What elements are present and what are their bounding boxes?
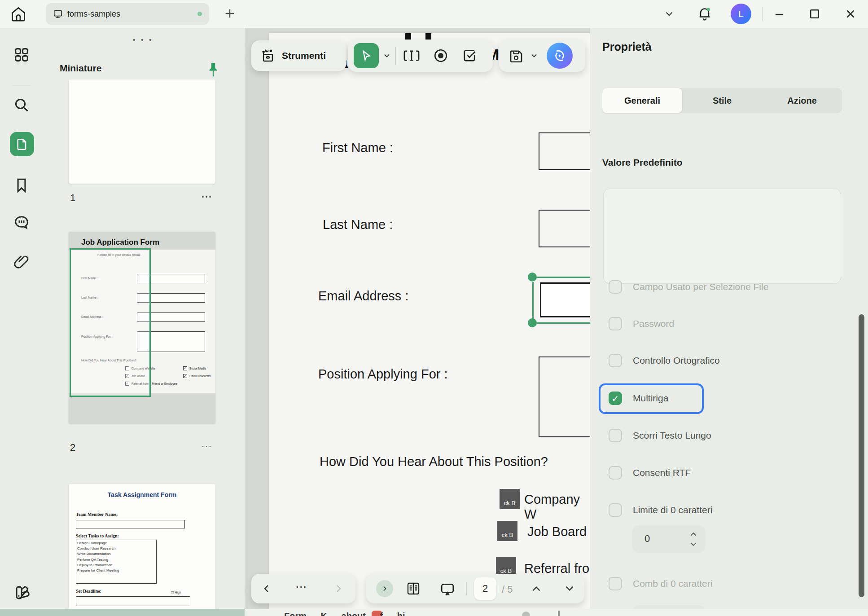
checkbox-label: Consenti RTF — [633, 467, 691, 478]
select-tool-button-active[interactable] — [354, 43, 379, 68]
ai-assistant-button[interactable] — [547, 43, 573, 69]
home-button[interactable] — [10, 5, 27, 22]
chevron-down-icon — [530, 51, 539, 60]
panel-scrollbar[interactable] — [859, 314, 864, 597]
pdf-input-position[interactable] — [539, 356, 590, 437]
properties-title: Proprietà — [602, 40, 652, 53]
forward-button-disabled[interactable] — [333, 583, 344, 594]
titlebar-collapse-button[interactable] — [663, 8, 675, 20]
pdf-checkbox-field[interactable]: ck B — [500, 489, 520, 509]
text-field-tool-button[interactable] — [403, 48, 420, 64]
pdf-question-label: How Did You Hear About This Position? — [320, 454, 548, 469]
thumbnail-page-1[interactable] — [69, 79, 215, 184]
tab-stile[interactable]: Stile — [682, 88, 762, 113]
thumbnail-1-menu[interactable]: ⋯ — [201, 190, 213, 203]
checkbox[interactable] — [609, 466, 622, 480]
checkbox-row-allow-rtf[interactable]: Consenti RTF — [609, 466, 691, 480]
chevron-left-icon — [261, 583, 272, 594]
checkbox-row-scroll-long-text[interactable]: Scorri Testo Lungo — [609, 429, 711, 442]
reading-mode-button[interactable] — [405, 581, 422, 597]
pdf-field-label-position: Position Applying For : — [318, 367, 448, 382]
more-options-button[interactable]: ⋯ — [295, 580, 307, 594]
minimize-button[interactable] — [773, 8, 785, 21]
default-value-textarea[interactable] — [603, 189, 841, 284]
stepper-value: 0 — [644, 533, 650, 545]
thumbnail-page-2[interactable]: Job Application Form Please fill in your… — [69, 232, 215, 423]
avatar[interactable]: L — [731, 4, 751, 24]
mini-checkbox-label: Social Media — [189, 367, 206, 370]
sidebar-item-bookmarks[interactable] — [9, 172, 34, 198]
checkbox-row-password[interactable]: Password — [609, 317, 674, 330]
home-icon — [10, 5, 27, 22]
document-tab[interactable]: forms-samples — [46, 3, 209, 25]
checkbox[interactable] — [609, 503, 622, 517]
chevron-up-icon — [530, 584, 542, 594]
tab-generali[interactable]: Generali — [602, 88, 682, 113]
presentation-mode-button[interactable] — [439, 581, 456, 597]
next-page-button[interactable] — [564, 584, 575, 594]
previous-page-button[interactable] — [530, 584, 542, 594]
checkbox-row-file-select[interactable]: Campo Usato per Selezione File — [609, 280, 768, 294]
new-tab-button[interactable] — [223, 6, 237, 21]
close-button[interactable] — [844, 7, 857, 21]
book-icon — [405, 581, 422, 597]
pdf-input-first-name[interactable] — [539, 132, 590, 170]
mini-input — [76, 520, 185, 528]
panel-drag-handle[interactable]: • • • — [133, 36, 153, 44]
field-tag: ck B — [500, 568, 512, 574]
checkbox[interactable] — [609, 280, 622, 294]
tab-azione[interactable]: Azione — [762, 88, 842, 113]
sidebar-item-attachments[interactable] — [9, 250, 34, 275]
pdf-input-last-name[interactable] — [539, 210, 590, 247]
mini-task-list: Design Homepage Conduct User Research Wr… — [77, 541, 119, 573]
radio-button-tool-button[interactable] — [433, 48, 449, 64]
divider — [466, 582, 467, 595]
maximize-button[interactable] — [808, 7, 821, 21]
mini-checkbox: ✓ — [183, 366, 187, 370]
pdf-page[interactable]: a M First Name : Last Name : Email Addre… — [269, 33, 590, 610]
checkbox-row-comb[interactable]: Comb di 0 caratteri — [609, 577, 712, 590]
current-page-input[interactable]: 2 — [474, 577, 496, 600]
save-button[interactable] — [508, 48, 524, 64]
pin-panel-button[interactable] — [206, 61, 221, 79]
checkbox[interactable] — [609, 429, 622, 442]
stepper-down-icon[interactable] — [688, 540, 698, 548]
tools-menu-button[interactable]: Strumenti — [251, 40, 346, 71]
checkbox-row-spellcheck[interactable]: Controllo Ortografico — [609, 354, 720, 367]
selection-handle-top-left[interactable] — [528, 273, 537, 282]
minimize-icon — [773, 8, 785, 21]
pdf-checkbox-field[interactable]: ck B — [497, 521, 517, 541]
radio-button-icon — [433, 48, 449, 64]
checkbox-tool-button[interactable] — [461, 48, 478, 64]
sidebar-item-thumbnails[interactable] — [10, 132, 34, 156]
notifications-button[interactable] — [697, 5, 713, 22]
pdf-input-email-selected[interactable] — [540, 282, 590, 317]
thumbnail-2-menu[interactable]: ⋯ — [201, 440, 213, 453]
titlebar: forms-samples L — [0, 0, 868, 28]
checkbox-row-char-limit[interactable]: Limite di 0 caratteri — [609, 503, 712, 517]
expand-nav-button[interactable] — [376, 580, 393, 597]
comment-icon — [13, 214, 31, 232]
pdf-checkbox-label: Company W — [524, 492, 590, 522]
ai-swirl-icon — [552, 48, 567, 63]
select-tool-dropdown[interactable] — [382, 51, 391, 60]
mini-task-title: Task Assignment Form — [69, 491, 215, 498]
checkbox-row-multiline[interactable]: ✓ Multiriga — [609, 392, 668, 405]
selection-handle-bottom-left[interactable] — [528, 318, 537, 327]
checkbox-checked[interactable]: ✓ — [609, 392, 622, 405]
sidebar-item-brand[interactable] — [9, 580, 34, 605]
mini-label: Select Tasks to Assign: — [76, 533, 119, 538]
back-button[interactable] — [261, 583, 272, 594]
unsaved-dot — [197, 12, 202, 16]
checkbox[interactable] — [609, 317, 622, 330]
sidebar-item-comments[interactable] — [9, 210, 34, 235]
stepper-up-icon[interactable] — [688, 530, 698, 538]
checkbox[interactable] — [609, 577, 622, 590]
checkbox[interactable] — [609, 354, 622, 367]
save-dropdown[interactable] — [530, 51, 539, 60]
char-limit-stepper[interactable]: 0 — [632, 525, 706, 553]
swatches-icon — [12, 583, 31, 603]
thumbnail-page-3[interactable]: Task Assignment Form Team Member Name: S… — [69, 484, 215, 616]
sidebar-item-search[interactable] — [9, 92, 34, 118]
sidebar-item-apps[interactable] — [9, 42, 34, 67]
